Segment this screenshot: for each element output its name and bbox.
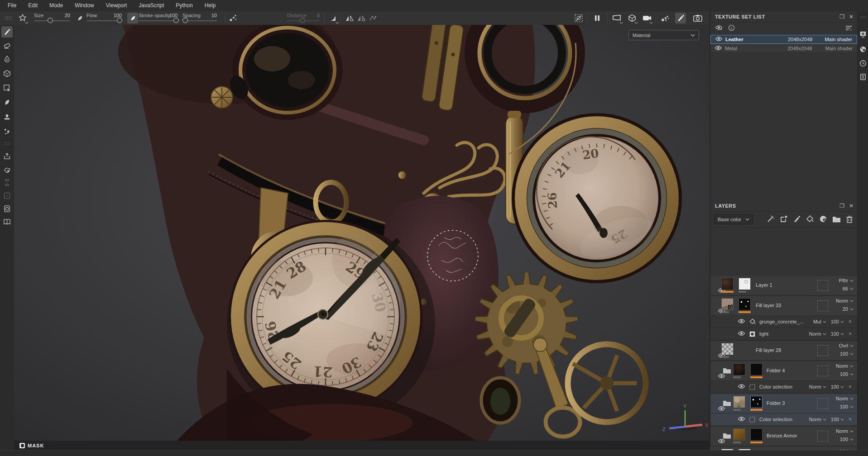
flow-track[interactable] bbox=[86, 20, 122, 21]
strip-grip[interactable] bbox=[860, 16, 866, 19]
effect-blend-dropdown[interactable]: Norm bbox=[809, 331, 826, 337]
layer-row[interactable]: Fill layer 33Norm20 bbox=[710, 296, 857, 316]
layer-effect-row[interactable]: lightNorm100× bbox=[710, 328, 857, 340]
smudge-tool[interactable] bbox=[1, 97, 13, 108]
layer-mask-thumbnail[interactable] bbox=[750, 363, 762, 378]
layer-row[interactable]: Bronze ArmorNorm100 bbox=[710, 427, 857, 446]
menu-python[interactable]: Python bbox=[170, 0, 198, 11]
chevron-down-icon[interactable] bbox=[850, 365, 854, 367]
flow-slider[interactable]: Flow 100 bbox=[86, 13, 122, 24]
opacity-dropdown[interactable]: 66 bbox=[843, 286, 854, 291]
path-icon[interactable] bbox=[368, 13, 379, 24]
visibility-eye-icon[interactable] bbox=[710, 383, 745, 391]
brush-preset-icon[interactable] bbox=[127, 13, 138, 24]
visibility-eye-icon[interactable] bbox=[710, 415, 745, 423]
opacity-dropdown[interactable]: 100 bbox=[840, 404, 854, 409]
clone-tool[interactable] bbox=[1, 111, 13, 123]
menu-mode[interactable]: Mode bbox=[43, 0, 69, 11]
effect-blend-dropdown[interactable]: Norm bbox=[809, 417, 826, 422]
layer-thumbnail[interactable] bbox=[721, 343, 734, 358]
menu-help[interactable]: Help bbox=[199, 0, 222, 11]
paint-tool[interactable] bbox=[1, 26, 13, 38]
layer-thumbnail[interactable] bbox=[721, 278, 734, 293]
effect-blend-dropdown[interactable]: Mul bbox=[813, 319, 826, 324]
display-mode-icon[interactable] bbox=[612, 13, 623, 24]
opacity-dropdown[interactable]: 100 bbox=[840, 437, 854, 442]
falloff-icon[interactable] bbox=[328, 13, 339, 24]
solo-visibility-icon[interactable]: 1 bbox=[728, 24, 735, 33]
eraser-tool[interactable] bbox=[1, 40, 13, 51]
layer-row[interactable]: Fill layer 28Ovrl100 bbox=[710, 341, 857, 361]
baking-tool[interactable] bbox=[1, 164, 13, 176]
menu-window[interactable]: Window bbox=[69, 0, 100, 11]
spacing-track[interactable] bbox=[182, 20, 217, 21]
scatter-icon[interactable] bbox=[228, 13, 239, 24]
effects-target[interactable] bbox=[817, 300, 828, 311]
chevron-down-icon[interactable] bbox=[823, 418, 826, 421]
layer-mask-thumbnail[interactable] bbox=[750, 396, 762, 411]
shelf-tool[interactable] bbox=[1, 216, 13, 228]
folder-icon[interactable] bbox=[723, 400, 731, 408]
stroke-opacity-slider[interactable]: Stroke opacity 100 bbox=[139, 13, 177, 24]
display-settings-icon[interactable] bbox=[859, 30, 867, 38]
menu-file[interactable]: File bbox=[2, 0, 22, 11]
undock-icon[interactable]: ❐ bbox=[839, 14, 844, 19]
expand-tool[interactable] bbox=[1, 190, 13, 201]
history-icon[interactable] bbox=[859, 59, 867, 67]
chevron-down-icon[interactable] bbox=[850, 308, 854, 310]
distance-track[interactable] bbox=[287, 20, 320, 21]
layer-mask-thumbnail[interactable] bbox=[739, 278, 751, 293]
layer-row[interactable]: Folder 4Norm100 bbox=[710, 361, 857, 381]
blend-mode-dropdown[interactable]: Norm bbox=[836, 396, 854, 401]
chevron-down-icon[interactable] bbox=[850, 373, 854, 375]
chevron-down-icon[interactable] bbox=[840, 321, 844, 323]
opacity-dropdown[interactable]: 100 bbox=[840, 371, 854, 377]
brush-alpha-icon[interactable] bbox=[17, 13, 28, 24]
menu-edit[interactable]: Edit bbox=[22, 0, 43, 11]
chevron-down-icon[interactable] bbox=[840, 333, 844, 335]
add-smart-mask-button[interactable] bbox=[818, 214, 828, 224]
effect-opacity-dropdown[interactable]: 100 bbox=[831, 319, 844, 324]
layer-thumbnail[interactable] bbox=[733, 428, 745, 443]
stroke-opacity-track[interactable] bbox=[139, 20, 177, 21]
blend-mode-dropdown[interactable]: Ovrl bbox=[839, 343, 854, 348]
effect-opacity-dropdown[interactable]: 100 bbox=[831, 331, 844, 337]
chevron-down-icon[interactable] bbox=[840, 386, 844, 388]
pending-tool[interactable] bbox=[1, 177, 13, 188]
chevron-down-icon[interactable] bbox=[840, 418, 844, 421]
chevron-down-icon[interactable] bbox=[850, 430, 854, 432]
layer-thumbnail[interactable] bbox=[733, 396, 745, 411]
delete-effect-icon[interactable]: × bbox=[849, 318, 852, 325]
add-fill-effect-button[interactable] bbox=[805, 214, 815, 224]
chevron-down-icon[interactable] bbox=[850, 406, 854, 408]
blend-mode-dropdown[interactable]: Pthr bbox=[839, 278, 854, 283]
texture-set-row[interactable]: Leather2048x2048Main shader bbox=[710, 35, 857, 44]
layers-header[interactable]: LAYERS ❐ ✕ bbox=[710, 200, 857, 212]
chevron-down-icon[interactable] bbox=[823, 386, 826, 388]
effects-target[interactable] bbox=[817, 345, 828, 356]
visibility-eye-icon[interactable] bbox=[715, 45, 722, 52]
shading-mode-dropdown[interactable]: Material bbox=[628, 30, 699, 40]
chevron-down-icon[interactable] bbox=[823, 321, 826, 323]
radial-symmetry-icon[interactable] bbox=[356, 13, 367, 24]
list-filter-icon[interactable] bbox=[845, 24, 853, 33]
close-icon[interactable]: ✕ bbox=[849, 14, 854, 19]
chevron-down-icon[interactable] bbox=[850, 438, 854, 441]
delete-effect-icon[interactable]: × bbox=[849, 331, 852, 337]
channel-dropdown[interactable]: Base color bbox=[714, 214, 753, 224]
chevron-down-icon[interactable] bbox=[850, 280, 854, 282]
layer-row[interactable]: Layer 1Pthr66 bbox=[710, 276, 857, 295]
distance-slider[interactable]: Distance 8 bbox=[287, 13, 320, 24]
delete-layer-button[interactable] bbox=[844, 214, 854, 224]
physics-icon[interactable] bbox=[660, 13, 671, 24]
layer-thumbnail[interactable] bbox=[721, 298, 734, 313]
polygon-fill-tool[interactable] bbox=[1, 68, 13, 79]
layer-effect-row[interactable]: Color selectionNorm100× bbox=[710, 413, 857, 426]
toolbar-grip[interactable] bbox=[5, 16, 12, 20]
texture-set-list-header[interactable]: TEXTURE SET LIST ❐ ✕ bbox=[710, 11, 857, 23]
export-tool[interactable] bbox=[1, 151, 13, 162]
opacity-dropdown[interactable]: 100 bbox=[840, 351, 854, 356]
projection-tool[interactable] bbox=[1, 53, 13, 65]
folder-icon[interactable] bbox=[723, 367, 731, 375]
chevron-down-icon[interactable] bbox=[850, 300, 854, 302]
